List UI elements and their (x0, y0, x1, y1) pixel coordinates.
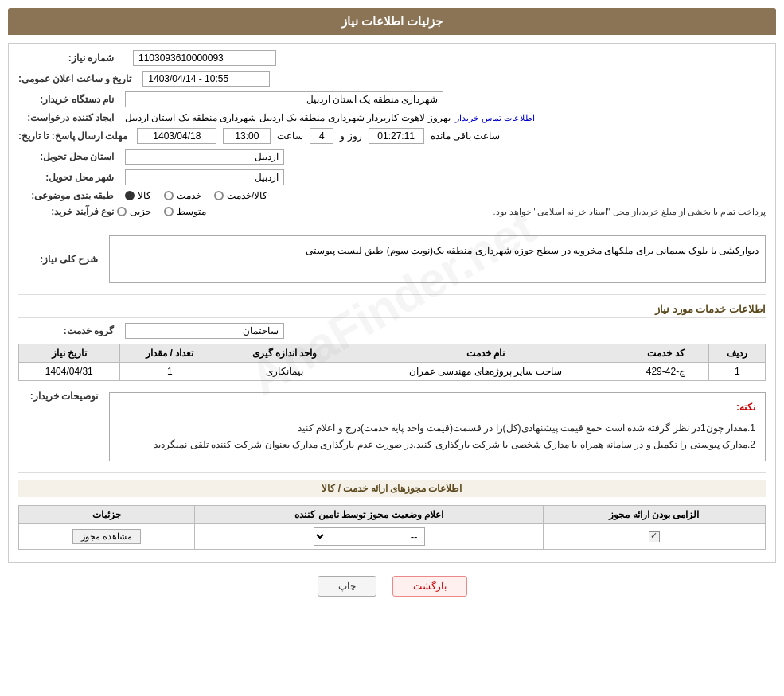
col-row: ردیف (709, 344, 766, 363)
purchase-type-note: پرداخت تمام یا بخشی از مبلغ خرید،از محل … (216, 207, 766, 217)
service-group-value: ساختمان (125, 323, 284, 339)
need-number-value: 1103093610000093 (133, 50, 276, 66)
need-number-label: شماره نیاز: (18, 52, 114, 64)
purchase-medium-radio[interactable] (164, 207, 174, 216)
category-service-label: خدمت (177, 190, 201, 201)
table-row: --مشاهده مجوز (19, 523, 766, 549)
buyer-notes-row: نکته: 1.مقدار چون1در نظر گرفته شده است ج… (18, 387, 766, 466)
send-time-left: 01:27:11 (369, 128, 424, 144)
button-group: بازگشت چاپ (8, 576, 776, 597)
purchase-partial-label: جزیی (130, 206, 151, 217)
permit-col-required: الزامی بودن ارائه مجوز (543, 505, 765, 523)
permits-section-title: اطلاعات مجوزهای ارائه خدمت / کالا (18, 480, 766, 497)
creator-label: ایجاد کننده درخواست: (18, 112, 114, 123)
services-table: ردیف کد خدمت نام خدمت واحد اندازه گیری ت… (18, 344, 766, 381)
cell-name: ساخت سایر پروژه‌های مهندسی عمران (349, 363, 622, 381)
category-goodsservice-label: کالا/خدمت (227, 190, 267, 201)
services-section-title: اطلاعات خدمات مورد نیاز (18, 303, 766, 318)
buyer-org-row: شهرداری منطقه یک استان اردبیل نام دستگاه… (18, 91, 766, 107)
category-service-radio[interactable] (164, 191, 174, 200)
note-line: 2.مدارک پیوستی را تکمیل و در سامانه همرا… (119, 437, 755, 454)
permit-view-button[interactable]: مشاهده مجوز (72, 529, 141, 544)
cell-code: ج-42-429 (622, 363, 709, 381)
notes-text: نکته: 1.مقدار چون1در نظر گرفته شده است ج… (109, 392, 766, 461)
service-group-label: گروه خدمت: (18, 325, 114, 336)
permits-table-wrap: الزامی بودن ارائه مجوز اعلام وضعیت مجوز … (18, 505, 766, 550)
permit-status-select[interactable]: -- (314, 527, 425, 546)
province-value: اردبیل (125, 149, 284, 165)
send-date: 1403/04/18 (137, 128, 216, 144)
back-button[interactable]: بازگشت (392, 576, 467, 597)
category-radio-group: کالا/خدمت خدمت کالا (125, 190, 267, 201)
cell-unit: بیمانکاری (220, 363, 349, 381)
permit-required-cell (543, 523, 765, 549)
purchase-medium-item[interactable]: متوسط (164, 206, 206, 217)
permit-col-details: جزئیات (19, 505, 195, 523)
cell-date: 1404/04/31 (19, 363, 120, 381)
creator-value: بهروز لاهوت کاربردار شهرداری منطقه یک ار… (125, 112, 451, 123)
city-label: شهر محل تحویل: (18, 172, 114, 183)
send-days: 4 (310, 128, 333, 144)
send-date-label: مهلت ارسال پاسخ: تا تاریخ: (18, 130, 127, 142)
col-amount: تعداد / مقدار (119, 344, 220, 363)
need-number-row: 1103093610000093 شماره نیاز: (18, 50, 766, 66)
purchase-type-label: نوع فرآیند خرید: (18, 206, 114, 217)
purchase-type-row: پرداخت تمام یا بخشی از مبلغ خرید،از محل … (18, 206, 766, 217)
buyer-org-label: نام دستگاه خریدار: (18, 94, 114, 105)
province-row: اردبیل استان محل تحویل: (18, 149, 766, 165)
permit-col-status: اعلام وضعیت مجوز توسط نامین کننده (195, 505, 543, 523)
description-section: دیوارکشی با بلوک سیمانی برای ملکهای مخرو… (18, 231, 766, 288)
description-label: شرح کلی نیاز: (18, 254, 98, 265)
category-service-item[interactable]: خدمت (164, 190, 201, 201)
buyer-org-value: شهرداری منطقه یک استان اردبیل (125, 91, 443, 107)
purchase-partial-item[interactable]: جزیی (117, 206, 151, 217)
buyer-notes-label: توصیحات خریدار: (18, 391, 98, 402)
announce-label: تاریخ و ساعت اعلان عمومی: (18, 73, 131, 84)
send-time: 13:00 (223, 128, 271, 144)
print-button[interactable]: چاپ (318, 576, 376, 597)
purchase-medium-label: متوسط (177, 206, 206, 217)
table-row: 1 ج-42-429 ساخت سایر پروژه‌های مهندسی عم… (19, 363, 766, 381)
province-label: استان محل تحویل: (18, 151, 114, 162)
creator-row: اطلاعات تماس خریدار بهروز لاهوت کاربردار… (18, 112, 766, 123)
page-header: جزئیات اطلاعات نیاز (8, 8, 776, 35)
hours-remaining-label: ساعت باقی مانده (431, 130, 501, 142)
category-row: کالا/خدمت خدمت کالا طبقه بندی موضوعی: (18, 190, 766, 201)
time-label: ساعت (277, 130, 303, 142)
category-goods-radio[interactable] (125, 191, 135, 200)
permit-status-cell: -- (195, 523, 543, 549)
page-title: جزئیات اطلاعات نیاز (341, 14, 443, 28)
description-text: دیوارکشی با بلوک سیمانی برای ملکهای مخرو… (109, 235, 766, 283)
purchase-partial-radio[interactable] (117, 207, 127, 216)
col-date: تاریخ نیاز (19, 344, 120, 363)
category-label: طبقه بندی موضوعی: (18, 190, 114, 201)
notes-lines: 1.مقدار چون1در نظر گرفته شده است جمع قیم… (119, 420, 755, 454)
cell-row: 1 (709, 363, 766, 381)
creator-link[interactable]: اطلاعات تماس خریدار (455, 113, 535, 123)
send-date-row: ساعت باقی مانده 01:27:11 روز و 4 ساعت 13… (18, 128, 766, 144)
days-label: روز و (340, 130, 361, 142)
category-goodsservice-item[interactable]: کالا/خدمت (214, 190, 267, 201)
col-name: نام خدمت (349, 344, 622, 363)
description-block: دیوارکشی با بلوک سیمانی برای ملکهای مخرو… (109, 231, 766, 288)
cell-amount: 1 (119, 363, 220, 381)
purchase-type-radio-group: متوسط جزیی (117, 206, 206, 217)
permits-table: الزامی بودن ارائه مجوز اعلام وضعیت مجوز … (18, 505, 766, 550)
notes-title: نکته: (119, 399, 755, 417)
col-code: کد خدمت (622, 344, 709, 363)
category-goods-item[interactable]: کالا (125, 190, 151, 201)
note-line: 1.مقدار چون1در نظر گرفته شده است جمع قیم… (119, 420, 755, 437)
announce-time-value: 1403/04/14 - 10:55 (142, 71, 270, 87)
city-row: اردبیل شهر محل تحویل: (18, 169, 766, 185)
service-group-row: ساختمان گروه خدمت: (18, 323, 766, 339)
announce-row: 1403/04/14 - 10:55 تاریخ و ساعت اعلان عم… (18, 71, 766, 87)
category-goodsservice-radio[interactable] (214, 191, 224, 200)
city-value: اردبیل (125, 169, 284, 185)
services-table-wrap: ردیف کد خدمت نام خدمت واحد اندازه گیری ت… (18, 344, 766, 381)
category-goods-label: کالا (138, 190, 151, 201)
permit-details-cell: مشاهده مجوز (19, 523, 195, 549)
notes-block: نکته: 1.مقدار چون1در نظر گرفته شده است ج… (109, 387, 766, 466)
col-unit: واحد اندازه گیری (220, 344, 349, 363)
permit-required-checkbox[interactable] (649, 531, 660, 542)
